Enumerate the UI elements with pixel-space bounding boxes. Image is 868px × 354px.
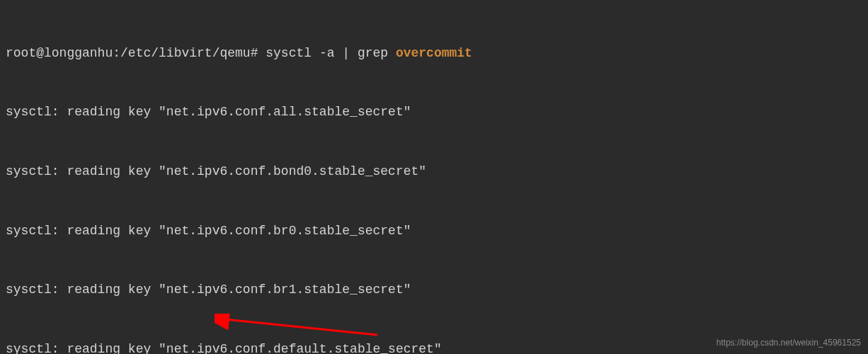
warning-line: sysctl: reading key "net.ipv6.conf.br1.s… xyxy=(6,280,862,300)
warning-line: sysctl: reading key "net.ipv6.conf.br0.s… xyxy=(6,222,862,241)
prompt-line: root@longganhu:/etc/libvirt/qemu# sysctl… xyxy=(6,44,862,64)
warning-line: sysctl: reading key "net.ipv6.conf.all.s… xyxy=(6,103,862,122)
warning-line: sysctl: reading key "net.ipv6.conf.bond0… xyxy=(6,162,862,182)
prompt-path: :/etc/libvirt/qemu# xyxy=(113,46,258,60)
prompt-user-host: root@longganhu xyxy=(6,46,113,60)
terminal-output[interactable]: root@longganhu:/etc/libvirt/qemu# sysctl… xyxy=(6,4,862,354)
command-highlight: overcommit xyxy=(396,46,472,60)
watermark-text: https://blog.csdn.net/weixin_45961525 xyxy=(716,336,861,350)
command-text: sysctl -a | grep xyxy=(258,46,395,60)
